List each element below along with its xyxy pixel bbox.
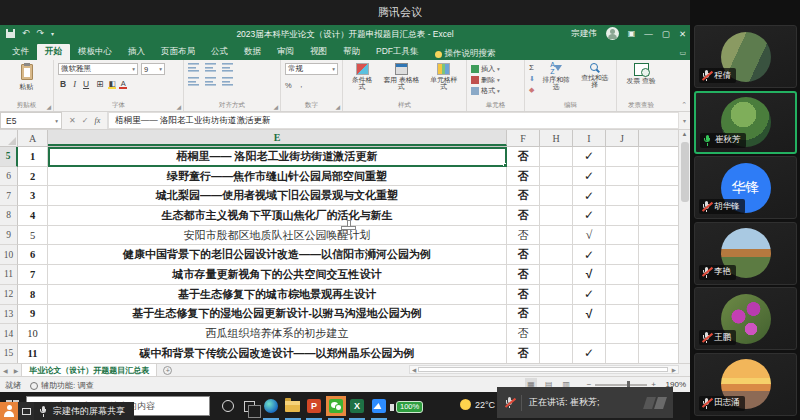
clear-icon[interactable]: ◆: [529, 86, 535, 94]
column-header-I[interactable]: I: [573, 130, 606, 146]
cell-j12[interactable]: [606, 285, 639, 305]
scroll-up-icon[interactable]: ▲: [679, 131, 690, 137]
column-header-H[interactable]: H: [540, 130, 573, 146]
cell-h9[interactable]: [540, 226, 573, 246]
cell-j5[interactable]: [606, 147, 639, 167]
align-bottom-icon[interactable]: [222, 63, 233, 72]
cell-h13[interactable]: [540, 305, 573, 325]
wechat-taskbar-icon[interactable]: [326, 396, 346, 416]
cell-styles-button[interactable]: 单元格样式: [426, 63, 462, 101]
participant-tile-程倩[interactable]: 程倩: [694, 25, 797, 88]
row-header-10[interactable]: 10: [0, 245, 18, 265]
participant-tile-胡华锋[interactable]: 华锋胡华锋: [694, 156, 797, 219]
format-cells-button[interactable]: 格式▾: [471, 85, 520, 96]
cell-j8[interactable]: [606, 206, 639, 226]
cell-e5[interactable]: 梧桐里—— 洛阳老工业街坊街道激活更新: [48, 147, 507, 167]
sheet-next-icon[interactable]: ▶: [11, 367, 22, 374]
powerpoint-taskbar-icon[interactable]: P: [304, 396, 324, 416]
row-header-12[interactable]: 12: [0, 285, 18, 305]
hscroll-thumb[interactable]: [418, 367, 668, 372]
row-header-14[interactable]: 14: [0, 324, 18, 344]
font-name-select[interactable]: 微软雅黑▾: [58, 63, 138, 75]
battery-indicator[interactable]: 100%: [390, 401, 423, 413]
align-top-icon[interactable]: [188, 63, 199, 72]
cell-i13[interactable]: √: [573, 305, 606, 325]
cortana-taskbar-icon[interactable]: [218, 396, 238, 416]
cell-j13[interactable]: [606, 305, 639, 325]
cell-h11[interactable]: [540, 265, 573, 285]
sheet-prev-icon[interactable]: ◀: [0, 367, 11, 374]
column-header-A[interactable]: A: [18, 130, 48, 146]
row-header-7[interactable]: 7: [0, 186, 18, 206]
scroll-right-icon[interactable]: ▶: [672, 367, 676, 373]
cell-a15[interactable]: 11: [18, 344, 48, 363]
cell-e14[interactable]: 西瓜组织培养体系的初步建立: [48, 324, 507, 344]
expand-formula-bar-icon[interactable]: ▾: [679, 112, 690, 129]
fill-icon[interactable]: ⬇: [529, 75, 535, 83]
cell-f8[interactable]: 否: [507, 206, 540, 226]
row-header-6[interactable]: 6: [0, 167, 18, 187]
cell-f13[interactable]: 否: [507, 305, 540, 325]
excel-restore-icon[interactable]: ▢: [662, 29, 670, 39]
zoom-slider[interactable]: [595, 384, 647, 386]
cell-f11[interactable]: 否: [507, 265, 540, 285]
cell-i9[interactable]: √: [573, 226, 606, 246]
paste-button[interactable]: 粘贴: [4, 63, 49, 93]
cell-h12[interactable]: [540, 285, 573, 305]
cell-e12[interactable]: 基于生态修复下的城市棕地景观再生设计: [48, 285, 507, 305]
cell-i5[interactable]: ✓: [573, 147, 606, 167]
fill-color-icon[interactable]: ◧: [108, 80, 116, 88]
align-middle-icon[interactable]: [205, 63, 216, 72]
conditional-formatting-button[interactable]: 条件格式: [347, 63, 377, 101]
cell-a5[interactable]: 1: [18, 147, 48, 167]
cell-f9[interactable]: 否: [507, 226, 540, 246]
participant-tile-李艳[interactable]: 李艳: [694, 222, 797, 285]
column-header-E[interactable]: E: [48, 130, 507, 146]
cell-i7[interactable]: ✓: [573, 186, 606, 206]
row-header-13[interactable]: 13: [0, 305, 18, 325]
align-right-icon[interactable]: [222, 77, 233, 86]
cell-j14[interactable]: [606, 324, 639, 344]
cell-j11[interactable]: [606, 265, 639, 285]
ribbon-tab-idx8[interactable]: 视图: [302, 44, 335, 60]
ribbon-tab-idx3[interactable]: 插入: [120, 44, 153, 60]
cell-a8[interactable]: 4: [18, 206, 48, 226]
dialog-launcher-icon[interactable]: ◢: [46, 103, 51, 110]
participant-tile-田志涌[interactable]: 田志涌: [694, 353, 797, 416]
microphone-icon[interactable]: [39, 406, 48, 417]
confirm-entry-icon[interactable]: ✓: [82, 116, 89, 125]
cell-f12[interactable]: 否: [507, 285, 540, 305]
dialog-launcher-icon[interactable]: ◢: [273, 103, 278, 110]
cell-i12[interactable]: ✓: [573, 285, 606, 305]
font-size-select[interactable]: 9▾: [141, 63, 165, 75]
cell-f10[interactable]: 否: [507, 245, 540, 265]
cell-e7[interactable]: 城北梨园——使用者视域下旧公园景观与文化重塑: [48, 186, 507, 206]
cell-a6[interactable]: 2: [18, 167, 48, 187]
row-header-8[interactable]: 8: [0, 206, 18, 226]
format-as-table-button[interactable]: 套用 表格格式: [379, 63, 423, 101]
cell-h14[interactable]: [540, 324, 573, 344]
insert-function-icon[interactable]: fx: [94, 116, 100, 125]
name-box[interactable]: E5▾: [0, 112, 62, 129]
cell-h6[interactable]: [540, 167, 573, 187]
ribbon-pin-icon[interactable]: ▭: [679, 49, 686, 57]
screen-share-icon[interactable]: [18, 402, 34, 420]
borders-icon[interactable]: ⊞: [94, 79, 105, 89]
cell-h5[interactable]: [540, 147, 573, 167]
muted-mic-icon[interactable]: [505, 397, 514, 408]
scroll-left-icon[interactable]: ◀: [412, 367, 416, 373]
underline-button[interactable]: U: [81, 79, 91, 89]
comma-icon[interactable]: ，: [298, 80, 306, 90]
cell-a11[interactable]: 7: [18, 265, 48, 285]
cell-h8[interactable]: [540, 206, 573, 226]
cell-e13[interactable]: 基于生态修复下的湿地公园更新设计-以驸马沟湿地公园为例: [48, 305, 507, 325]
align-left-icon[interactable]: [188, 77, 199, 86]
find-select-button[interactable]: 查找和选择: [577, 63, 612, 101]
insert-cells-button[interactable]: 插入▾: [471, 63, 520, 74]
autosum-icon[interactable]: Σ: [529, 63, 535, 72]
file-explorer-taskbar-icon[interactable]: [283, 396, 303, 416]
fill-handle[interactable]: [503, 163, 507, 167]
delete-cells-button[interactable]: 删除▾: [471, 74, 520, 85]
participant-tile-崔秋芳[interactable]: 崔秋芳: [694, 91, 797, 154]
sort-filter-button[interactable]: 排序和筛选: [539, 63, 574, 101]
